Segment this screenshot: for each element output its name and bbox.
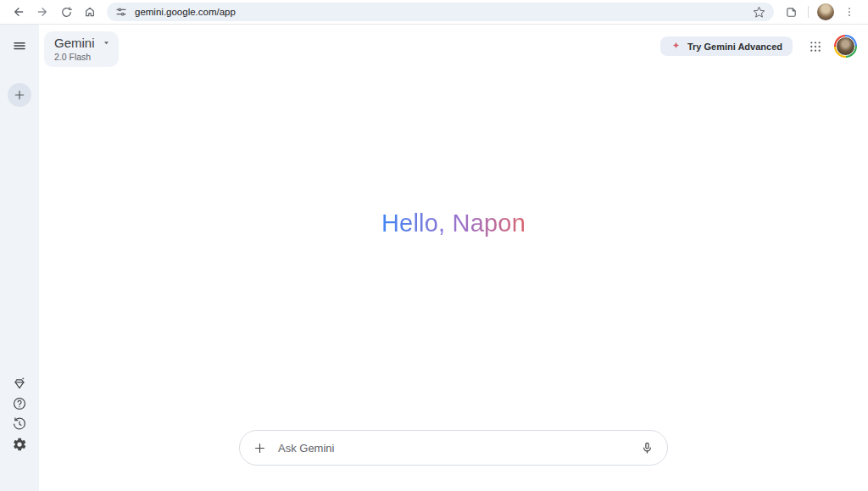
- settings-gear-icon[interactable]: [10, 435, 29, 454]
- greeting-text: Hello, Napon: [381, 209, 526, 237]
- prompt-input[interactable]: [278, 442, 634, 455]
- bookmark-star-icon[interactable]: [749, 6, 769, 19]
- browser-toolbar: gemini.google.com/app: [0, 0, 868, 25]
- browser-profile-avatar[interactable]: [817, 3, 834, 20]
- plus-icon: [13, 88, 26, 102]
- reload-icon[interactable]: [56, 2, 76, 22]
- attach-plus-icon[interactable]: [247, 435, 272, 460]
- menu-hamburger-icon[interactable]: [10, 36, 29, 55]
- account-avatar[interactable]: [834, 35, 857, 58]
- address-bar[interactable]: gemini.google.com/app: [107, 3, 774, 21]
- history-icon[interactable]: [10, 415, 29, 433]
- url-text[interactable]: gemini.google.com/app: [135, 7, 749, 17]
- model-name: Gemini: [54, 36, 95, 50]
- browser-menu-icon[interactable]: [839, 2, 860, 22]
- header-actions: Try Gemini Advanced: [660, 35, 857, 58]
- sparkle-icon: [670, 41, 682, 52]
- gem-icon[interactable]: [10, 374, 29, 393]
- microphone-icon[interactable]: [634, 435, 659, 460]
- try-gemini-advanced-button[interactable]: Try Gemini Advanced: [660, 36, 793, 56]
- sidebar-bottom-icons: [10, 374, 29, 454]
- new-chat-button[interactable]: [8, 83, 31, 107]
- home-icon[interactable]: [80, 2, 100, 22]
- sidebar: [0, 25, 39, 491]
- google-apps-grid-icon[interactable]: [805, 36, 826, 57]
- gemini-app: Gemini 2.0 Flash Try Gemini Advanced: [0, 25, 868, 491]
- prompt-input-bar[interactable]: [239, 430, 668, 466]
- extensions-icon[interactable]: [781, 2, 801, 22]
- main-content: Gemini 2.0 Flash Try Gemini Advanced: [39, 25, 868, 491]
- help-icon[interactable]: [10, 394, 29, 413]
- forward-icon[interactable]: [32, 2, 53, 22]
- site-settings-icon[interactable]: [115, 6, 127, 18]
- model-version: 2.0 Flash: [54, 52, 111, 62]
- account-avatar-photo: [836, 36, 855, 56]
- greeting-wrap: Hello, Napon: [39, 209, 868, 237]
- model-picker[interactable]: Gemini 2.0 Flash: [44, 31, 119, 67]
- toolbar-separator: [808, 6, 809, 18]
- chevron-down-icon: [102, 38, 111, 47]
- back-icon[interactable]: [8, 2, 29, 22]
- try-gemini-advanced-label: Try Gemini Advanced: [687, 42, 782, 52]
